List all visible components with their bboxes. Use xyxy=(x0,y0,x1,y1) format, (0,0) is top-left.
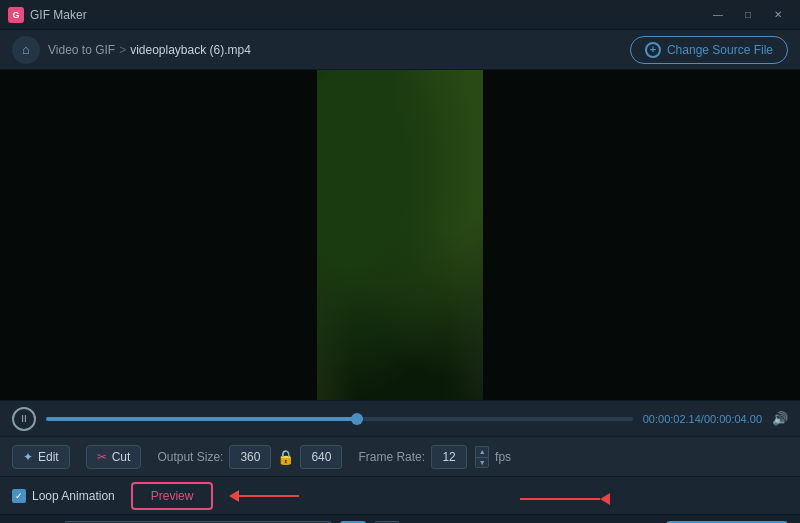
time-display: 00:00:02.14/00:00:04.00 xyxy=(643,413,762,425)
frame-rate-input[interactable] xyxy=(431,445,467,469)
frame-rate-down-button[interactable]: ▼ xyxy=(475,457,489,468)
output-height-input[interactable] xyxy=(300,445,342,469)
foliage-overlay xyxy=(317,70,483,400)
breadcrumb-current: videoplayback (6).mp4 xyxy=(130,43,251,57)
fps-label: fps xyxy=(495,450,511,464)
dark-side-left xyxy=(0,70,317,400)
options-row: ✓ Loop Animation Preview xyxy=(0,476,800,514)
cut-label: Cut xyxy=(112,450,131,464)
progress-filled xyxy=(46,417,357,421)
nav-bar: ⌂ Video to GIF > videoplayback (6).mp4 +… xyxy=(0,30,800,70)
lock-icon[interactable]: 🔒 xyxy=(277,449,294,465)
close-button[interactable]: ✕ xyxy=(764,5,792,25)
home-button[interactable]: ⌂ xyxy=(12,36,40,64)
output-size-label: Output Size: xyxy=(157,450,223,464)
output-width-input[interactable] xyxy=(229,445,271,469)
dark-side-right xyxy=(483,70,800,400)
title-bar: G GIF Maker — □ ✕ xyxy=(0,0,800,30)
change-source-label: Change Source File xyxy=(667,43,773,57)
controls-panel: ✦ Edit ✂ Cut Output Size: 🔒 Frame Rate: … xyxy=(0,436,800,476)
arrow-head-icon xyxy=(229,490,239,502)
app-icon: G xyxy=(8,7,24,23)
checkmark-icon: ✓ xyxy=(15,491,23,501)
scissors-icon: ✂ xyxy=(97,450,107,464)
progress-handle[interactable] xyxy=(351,413,363,425)
preview-button[interactable]: Preview xyxy=(131,482,214,510)
cut-button[interactable]: ✂ Cut xyxy=(86,445,142,469)
progress-bar[interactable] xyxy=(46,417,633,421)
frame-rate-arrows: ▲ ▼ xyxy=(475,446,489,468)
add-icon: + xyxy=(645,42,661,58)
frame-rate-group: Frame Rate: ▲ ▼ fps xyxy=(358,445,511,469)
video-frame xyxy=(317,70,483,400)
volume-icon[interactable]: 🔊 xyxy=(772,411,788,426)
nav-left: ⌂ Video to GIF > videoplayback (6).mp4 xyxy=(12,36,251,64)
pause-button[interactable]: ⏸ xyxy=(12,407,36,431)
gen-arrow-line xyxy=(520,498,600,500)
loop-animation-wrap: ✓ Loop Animation xyxy=(12,489,115,503)
playback-bar: ⏸ 00:00:02.14/00:00:04.00 🔊 xyxy=(0,400,800,436)
edit-button[interactable]: ✦ Edit xyxy=(12,445,70,469)
maximize-button[interactable]: □ xyxy=(734,5,762,25)
output-size-group: Output Size: 🔒 xyxy=(157,445,342,469)
save-bar: Save to: C:\Vidmore\Vidmore V... Convert… xyxy=(0,514,800,523)
minimize-button[interactable]: — xyxy=(704,5,732,25)
breadcrumb-parent: Video to GIF xyxy=(48,43,115,57)
breadcrumb-separator: > xyxy=(119,43,126,57)
video-preview-area xyxy=(0,70,800,400)
preview-label: Preview xyxy=(151,489,194,503)
arrow-line xyxy=(239,495,299,497)
preview-arrow xyxy=(229,490,299,502)
window-controls: — □ ✕ xyxy=(704,5,792,25)
gen-arrow-head-icon xyxy=(600,493,610,505)
edit-icon: ✦ xyxy=(23,450,33,464)
pause-icon: ⏸ xyxy=(19,413,29,424)
frame-rate-label: Frame Rate: xyxy=(358,450,425,464)
breadcrumb: Video to GIF > videoplayback (6).mp4 xyxy=(48,43,251,57)
edit-label: Edit xyxy=(38,450,59,464)
change-source-button[interactable]: + Change Source File xyxy=(630,36,788,64)
title-bar-left: G GIF Maker xyxy=(8,7,87,23)
loop-animation-checkbox[interactable]: ✓ xyxy=(12,489,26,503)
frame-rate-up-button[interactable]: ▲ xyxy=(475,446,489,457)
app-title: GIF Maker xyxy=(30,8,87,22)
generate-arrow xyxy=(520,493,610,505)
loop-animation-label: Loop Animation xyxy=(32,489,115,503)
